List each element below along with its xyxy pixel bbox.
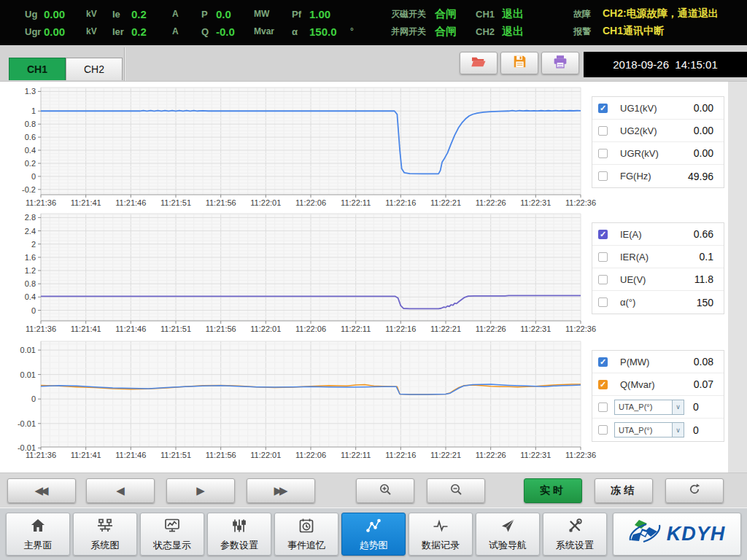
save-button[interactable]: [500, 52, 538, 74]
series-label: UG2(kV): [620, 125, 657, 136]
series-checkbox[interactable]: [598, 149, 608, 158]
plot-area[interactable]: [41, 88, 581, 195]
freeze-button[interactable]: 冻结: [595, 478, 653, 503]
series-checkbox[interactable]: [598, 402, 608, 412]
paper-plane-icon: [499, 517, 516, 537]
y-tick-label: 0: [31, 306, 36, 315]
series-label: IE(A): [620, 229, 642, 240]
field-unit: Mvar: [254, 26, 274, 36]
chevron-down-icon[interactable]: ∨: [672, 400, 684, 414]
field-value: -0.0: [216, 26, 254, 38]
step-forward-button[interactable]: ▶: [166, 478, 235, 503]
refresh-button[interactable]: [665, 478, 724, 503]
series-checkbox[interactable]: [598, 425, 608, 435]
legend-panel: IE(A) 0.66 IER(A) 0.1 UE(V) 11.8 α(°) 15…: [592, 222, 724, 314]
series-select[interactable]: UTA_P(°) ∨: [614, 400, 684, 415]
open-file-button[interactable]: [460, 52, 498, 74]
y-tick-label: 0.01: [20, 370, 36, 379]
nav-parameter-settings[interactable]: 参数设置: [207, 513, 271, 556]
channel-state: 退出: [502, 25, 524, 39]
x-tick-label: 11:21:41: [71, 324, 101, 333]
series-checkbox[interactable]: [598, 252, 608, 262]
nav-system-diagram[interactable]: 系统图: [73, 513, 137, 556]
alarm-message: CH1通讯中断: [603, 25, 664, 38]
x-tick-label: 11:22:11: [341, 451, 371, 459]
series-checkbox[interactable]: [598, 298, 608, 307]
y-tick-label: 1.6: [25, 253, 36, 262]
field-value: 0.0: [216, 8, 254, 20]
nav-test-navigation[interactable]: 试验导航: [476, 513, 540, 556]
x-tick-label: 11:22:01: [250, 198, 281, 207]
trend-chart-icon: [365, 517, 382, 537]
series-label: P(MW): [620, 357, 649, 368]
series-checkbox[interactable]: [598, 126, 608, 136]
channel-label: CH2: [476, 26, 502, 37]
print-button[interactable]: [541, 52, 579, 74]
series-checkbox[interactable]: [598, 230, 608, 239]
switch-state: 合闸: [435, 7, 457, 21]
step-forward-icon: ▶: [196, 484, 205, 497]
fast-forward-button[interactable]: ▶▶: [247, 478, 315, 503]
step-backward-button[interactable]: ◀: [86, 478, 155, 503]
field-value: 0.2: [131, 8, 172, 20]
x-tick-label: 11:22:11: [341, 324, 371, 333]
bottom-nav: 主界面 系统图 状态显示 参数设置 事件追忆 趋势图 数据记录 试验导航: [0, 508, 747, 560]
event-recall-icon: [298, 517, 315, 537]
fast-backward-button[interactable]: ◀◀: [7, 478, 76, 503]
chart-voltage: 1.310.80.60.40.20-0.2 11:21:3611:21:4111…: [0, 88, 747, 212]
x-tick-label: 11:21:41: [71, 198, 101, 207]
legend-row: Q(Mvar) 0.07: [592, 373, 724, 396]
nav-event-recall[interactable]: 事件追忆: [274, 513, 338, 556]
legend-panel: UG1(kV) 0.00 UG2(kV) 0.00 UGR(kV) 0.00 F…: [592, 96, 724, 188]
legend-row: FG(Hz) 49.96: [592, 165, 724, 187]
series-select-value: UTA_P(°): [615, 426, 672, 435]
x-tick-label: 11:21:36: [26, 198, 56, 207]
series-checkbox[interactable]: [598, 104, 608, 113]
step-backward-icon: ◀: [116, 484, 125, 497]
field-value: 150.0: [309, 26, 350, 38]
realtime-button[interactable]: 实时: [524, 478, 582, 503]
x-tick-label: 11:21:36: [26, 324, 56, 333]
tab-separator: [124, 47, 125, 81]
series-checkbox[interactable]: [598, 275, 608, 284]
nav-trend-chart[interactable]: 趋势图: [341, 513, 406, 556]
nav-data-record[interactable]: 数据记录: [409, 513, 473, 556]
series-checkbox[interactable]: [598, 380, 608, 389]
data-record-icon: [432, 517, 449, 537]
series-value: 0.00: [694, 125, 713, 136]
series-select[interactable]: UTA_P(°) ∨: [614, 422, 684, 438]
series-value: 0.00: [694, 102, 713, 114]
field-value: 1.00: [309, 8, 350, 20]
tab-ch1[interactable]: CH1: [9, 58, 66, 80]
channel-label: CH1: [476, 9, 502, 20]
zoom-in-button[interactable]: [356, 478, 414, 503]
x-tick-label: 11:22:36: [565, 198, 596, 207]
logo-mark-icon: [629, 518, 661, 551]
series-value: 49.96: [688, 171, 713, 182]
series-checkbox[interactable]: [598, 357, 608, 367]
chevron-down-icon[interactable]: ∨: [672, 423, 684, 437]
y-tick-label: 1: [31, 106, 36, 115]
legend-row: UE(V) 11.8: [592, 268, 724, 291]
field-unit: A: [172, 26, 179, 36]
nav-status-display[interactable]: 状态显示: [140, 513, 204, 556]
chart-power: 0.010.010-0.01-0.01 11:21:3611:21:4111:2…: [0, 341, 747, 464]
switch-label: 并网开关: [391, 26, 435, 38]
alert-label: 故障: [573, 8, 603, 20]
y-axis: 2.82.421.61.20.80.40: [0, 214, 41, 321]
alert-label: 报警: [573, 26, 603, 38]
series-label: IER(A): [620, 252, 649, 262]
field-value: 0.2: [131, 26, 172, 38]
tab-ch2[interactable]: CH2: [66, 58, 123, 80]
field-value: 0.00: [44, 26, 86, 38]
series-checkbox[interactable]: [598, 171, 608, 181]
nav-system-settings[interactable]: 系统设置: [543, 513, 607, 556]
plot-area[interactable]: [41, 341, 581, 447]
plot-area[interactable]: [41, 214, 581, 321]
nav-main-screen[interactable]: 主界面: [6, 513, 70, 556]
status-bar: Ug0.00kV Ie0.2A P0.0MW Pf1.00 灭磁开关合闸 CH1…: [0, 0, 747, 45]
zoom-out-button[interactable]: [427, 478, 485, 503]
x-tick-label: 11:22:11: [341, 198, 371, 207]
brand-logo[interactable]: KDYH: [613, 513, 741, 556]
legend-row: UTA_P(°) ∨ 0: [592, 419, 724, 441]
